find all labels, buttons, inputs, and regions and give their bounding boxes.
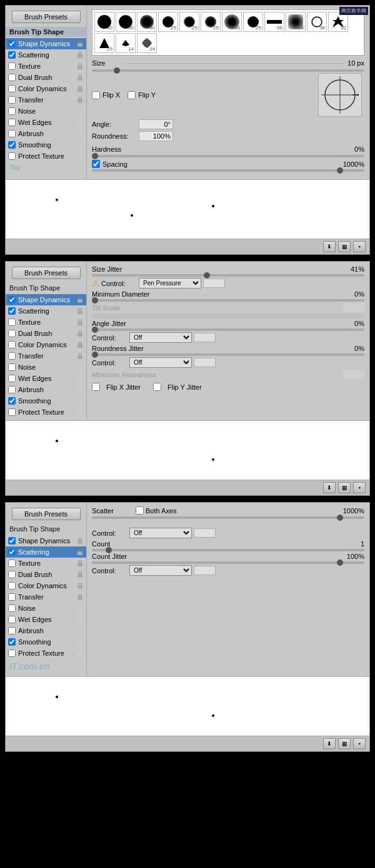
sidebar-item-protect-texture[interactable]: Protect Texture: [6, 150, 86, 162]
sd2-color-dynamics-cb[interactable]: [8, 341, 16, 348]
sd3-dual-brush-cb[interactable]: [8, 571, 16, 578]
transfer-checkbox[interactable]: [8, 96, 16, 104]
toolbar-btn-1[interactable]: ⬇: [323, 241, 336, 252]
sd2-texture-cb[interactable]: [8, 318, 16, 326]
sidebar-section-2[interactable]: Brush Tip Shape: [6, 283, 86, 293]
toolbar-btn-2[interactable]: ▦: [338, 241, 351, 252]
toolbar3-btn-3[interactable]: ▪: [353, 738, 366, 749]
size-jitter-slider[interactable]: [92, 274, 364, 277]
flip-x-jitter-cb[interactable]: [92, 383, 100, 391]
control-input-3[interactable]: [194, 358, 216, 367]
scatter-control-input[interactable]: [194, 528, 216, 538]
control-select-3[interactable]: Off Pen Pressure: [129, 357, 192, 368]
sd2-color-dynamics[interactable]: Color Dynamics: [6, 339, 86, 350]
brush-cell-8[interactable]: 25: [243, 12, 263, 32]
hardness-thumb[interactable]: [92, 153, 98, 159]
count-thumb[interactable]: [106, 547, 112, 553]
control-input-2[interactable]: [194, 333, 216, 342]
sd3-protect-texture[interactable]: Protect Texture: [6, 648, 86, 659]
count-control-select[interactable]: Off Pen Pressure: [129, 565, 192, 576]
both-axes-cb[interactable]: [136, 506, 144, 515]
angle-jitter-slider[interactable]: [92, 328, 364, 331]
noise-checkbox[interactable]: [8, 107, 16, 115]
scatter-control-select[interactable]: Off Pen Pressure: [129, 528, 192, 538]
sd2-dual-brush[interactable]: Dual Brush: [6, 328, 86, 339]
sd3-texture[interactable]: Texture: [6, 558, 86, 569]
roundness-jitter-thumb[interactable]: [92, 352, 98, 358]
sd2-smoothing[interactable]: Smoothing: [6, 395, 86, 407]
sd3-color-dynamics[interactable]: Color Dynamics: [6, 580, 86, 591]
scatter-slider[interactable]: [92, 516, 364, 519]
protect-texture-checkbox[interactable]: [8, 152, 16, 160]
sidebar-item-wet-edges[interactable]: Wet Edges: [6, 117, 86, 128]
sidebar-item-dual-brush[interactable]: Dual Brush: [6, 72, 86, 83]
control-select-2[interactable]: Off Pen Pressure: [129, 332, 192, 343]
sidebar-item-noise[interactable]: Noise: [6, 106, 86, 117]
sd3-scattering[interactable]: Scattering: [6, 546, 86, 558]
smoothing-checkbox[interactable]: [8, 141, 16, 149]
brush-cell-1[interactable]: 30: [94, 12, 114, 32]
control-select-1[interactable]: Pen Pressure Off Fade: [139, 278, 201, 289]
sd2-airbrush-cb[interactable]: [8, 386, 16, 393]
toolbar3-btn-2[interactable]: ▦: [338, 738, 351, 749]
wet-edges-checkbox[interactable]: [8, 119, 16, 126]
shape-dynamics-checkbox[interactable]: [8, 40, 16, 47]
sidebar-item-smoothing[interactable]: Smoothing: [6, 139, 86, 150]
sd3-smoothing[interactable]: Smoothing: [6, 636, 86, 648]
brush-cell-11[interactable]: 36: [307, 12, 327, 32]
angle-input[interactable]: [139, 119, 173, 129]
brush-cell-15[interactable]: 24: [137, 33, 157, 53]
hardness-slider[interactable]: [92, 155, 364, 157]
count-jitter-slider[interactable]: [92, 561, 364, 564]
sidebar-item-texture[interactable]: Texture: [6, 61, 86, 72]
color-dynamics-checkbox[interactable]: [8, 85, 16, 92]
toolbar2-btn-2[interactable]: ▦: [338, 482, 351, 493]
sd2-scattering[interactable]: Scattering: [6, 305, 86, 317]
brush-cell-10[interactable]: 36: [286, 12, 306, 32]
flip-x-checkbox[interactable]: [92, 91, 100, 99]
size-slider-thumb[interactable]: [114, 67, 120, 74]
sd2-wet-edges[interactable]: Wet Edges: [6, 373, 86, 384]
brush-cell-4[interactable]: 25: [158, 12, 178, 32]
sd3-dual-brush[interactable]: Dual Brush: [6, 569, 86, 580]
sd3-noise[interactable]: Noise: [6, 603, 86, 614]
sd2-texture[interactable]: Texture: [6, 317, 86, 328]
sd3-airbrush[interactable]: Airbrush: [6, 625, 86, 636]
brush-cell-6[interactable]: 25: [201, 12, 221, 32]
sd2-noise[interactable]: Noise: [6, 362, 86, 373]
brush-presets-button-2[interactable]: Brush Presets: [12, 267, 81, 279]
sd3-transfer-cb[interactable]: [8, 593, 16, 601]
sd3-airbrush-cb[interactable]: [8, 627, 16, 634]
sd3-transfer[interactable]: Transfer: [6, 591, 86, 603]
sidebar-item-color-dynamics[interactable]: Color Dynamics: [6, 83, 86, 94]
brush-cell-14[interactable]: 14: [116, 33, 136, 53]
angle-jitter-thumb[interactable]: [92, 327, 98, 333]
sd3-wet-edges-cb[interactable]: [8, 616, 16, 623]
flip-y-jitter-cb[interactable]: [153, 383, 161, 391]
sidebar-item-airbrush[interactable]: Airbrush: [6, 128, 86, 139]
sd2-shape-dynamics-cb[interactable]: [8, 296, 16, 303]
sd2-airbrush[interactable]: Airbrush: [6, 384, 86, 395]
sidebar-item-shape-dynamics[interactable]: Shape Dynamics: [6, 38, 86, 49]
sd3-protect-texture-cb[interactable]: [8, 649, 16, 657]
sd2-transfer-cb[interactable]: [8, 352, 16, 360]
sidebar-section-3[interactable]: Brush Tip Shape: [6, 524, 86, 534]
sd3-texture-cb[interactable]: [8, 560, 16, 567]
sd2-protect-texture-cb[interactable]: [8, 408, 16, 416]
sidebar2-item-shape-dynamics[interactable]: Shape Dynamics: [6, 294, 86, 305]
flip-y-checkbox[interactable]: [128, 91, 136, 99]
brush-cell-3[interactable]: 30: [137, 12, 157, 32]
brush-cell-9[interactable]: 36: [264, 12, 284, 32]
sd3-smoothing-cb[interactable]: [8, 638, 16, 646]
count-slider[interactable]: [92, 549, 364, 551]
sd3-shape-dynamics[interactable]: Shape Dynamics: [6, 535, 86, 546]
roundness-input[interactable]: [139, 131, 173, 141]
brush-cell-2[interactable]: 30: [116, 12, 136, 32]
sidebar-item-transfer[interactable]: Transfer: [6, 94, 86, 106]
sd2-smoothing-cb[interactable]: [8, 397, 16, 405]
min-diameter-slider[interactable]: [92, 299, 364, 302]
brush-cell-13[interactable]: 25: [94, 33, 114, 53]
scattering-checkbox[interactable]: [8, 51, 16, 59]
size-jitter-thumb[interactable]: [204, 272, 210, 279]
sd3-wet-edges[interactable]: Wet Edges: [6, 614, 86, 625]
